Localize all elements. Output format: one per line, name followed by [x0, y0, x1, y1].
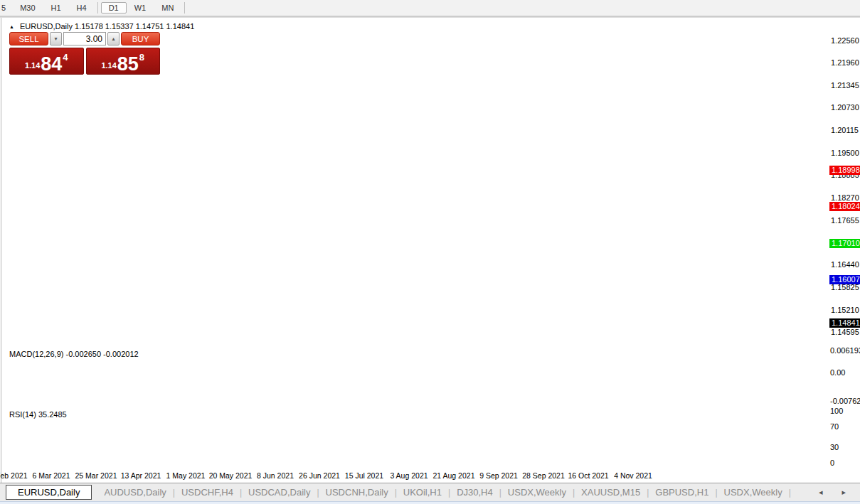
ask-point: 8	[139, 52, 144, 63]
tab-scroll-left-icon[interactable]: ◂	[819, 488, 832, 496]
symbol-period-label: EURUSD,Daily	[20, 22, 73, 31]
tab-ukoil-h1[interactable]: UKOil,H1	[397, 486, 448, 499]
bid-figure: 1.14	[25, 61, 40, 70]
rsi-indicator-label: RSI(14) 35.2485	[9, 410, 67, 419]
chart-title: ▲ EURUSD,Daily 1.15178 1.15337 1.14751 1…	[9, 22, 194, 31]
rsi-axis-30: 30	[830, 443, 839, 451]
price-tick-1.21345: 1.21345	[831, 81, 859, 90]
tab-usdcnh-daily[interactable]: USDCNH,Daily	[319, 486, 395, 499]
timeframe-button-w1[interactable]: W1	[127, 2, 154, 14]
timeframe-toolbar: 5M30H1H4D1W1MN	[0, 0, 860, 16]
rsi-axis-0: 0	[830, 459, 834, 467]
bid-point: 4	[63, 52, 68, 63]
tab-usdx-weekly[interactable]: USDX,Weekly	[501, 486, 573, 499]
toolbar-separator	[97, 2, 98, 14]
rsi-axis-100: 100	[830, 407, 843, 415]
price-tick-1.16440: 1.16440	[831, 260, 859, 269]
tab-separator: |	[789, 488, 791, 498]
tab-xauusd-m15[interactable]: XAUUSD,M15	[575, 486, 647, 499]
volume-decrease-button[interactable]: ▾	[50, 32, 62, 45]
price-tick-1.14595: 1.14595	[831, 328, 859, 336]
arrow-up-icon: ▴	[112, 36, 115, 42]
timeframe-button-mn[interactable]: MN	[154, 2, 181, 14]
price-tick-1.20115: 1.20115	[831, 126, 859, 134]
timeframe-button-m30[interactable]: M30	[12, 2, 43, 14]
price-tick-1.19500: 1.19500	[831, 149, 859, 157]
timeframe-button-5[interactable]: 5	[0, 2, 12, 14]
price-tick-1.15210: 1.15210	[831, 306, 859, 314]
price-tick-1.17655: 1.17655	[831, 216, 859, 225]
level-price-tag-1.18024: 1.18024	[829, 202, 860, 211]
window-left-edge	[1, 18, 1, 483]
price-tick-1.20730: 1.20730	[831, 103, 859, 112]
date-label: 4 Nov 2021	[605, 471, 662, 480]
tab-scroll-right-icon[interactable]: ▸	[842, 488, 854, 496]
tab-usdchf-h4[interactable]: USDCHF,H4	[175, 486, 240, 499]
rsi-axis-70: 70	[830, 422, 839, 431]
level-price-tag-1.16007: 1.16007	[829, 275, 860, 284]
ask-pips: 85	[117, 56, 139, 73]
timeframe-button-h4[interactable]: H4	[69, 2, 95, 14]
tab-audusd-daily[interactable]: AUDUSD,Daily	[97, 486, 172, 499]
tab-eurusd-daily-active[interactable]: EURUSD,Daily	[6, 485, 92, 500]
window-bottom-edge	[0, 501, 860, 504]
collapse-triangle-icon[interactable]: ▲	[9, 24, 14, 29]
ask-figure: 1.14	[101, 61, 116, 70]
volume-increase-button[interactable]: ▴	[107, 32, 120, 45]
macd-axis-bottom: -0.007621	[830, 397, 860, 405]
price-tick-1.22560: 1.22560	[831, 36, 859, 45]
bid-price-box[interactable]: 1.14 84 4	[9, 48, 84, 75]
chart-window-background	[0, 18, 860, 483]
toolbar-separator	[184, 2, 185, 14]
level-price-tag-1.18998: 1.18998	[829, 166, 860, 175]
timeframe-button-d1[interactable]: D1	[101, 2, 127, 14]
bid-pips: 84	[41, 56, 62, 73]
tab-gbpusd-h1[interactable]: GBPUSD,H1	[649, 486, 715, 499]
macd-indicator-label: MACD(12,26,9) -0.002650 -0.002012	[9, 350, 139, 358]
macd-axis-zero: 0.00	[830, 368, 845, 377]
macd-axis-top: 0.006193	[830, 346, 860, 355]
tab-dj30-h4[interactable]: DJ30,H4	[450, 486, 499, 499]
level-price-tag-1.17010: 1.17010	[829, 239, 860, 248]
chart-tab-bar: EURUSD,Daily AUDUSD,Daily|USDCHF,H4|USDC…	[0, 483, 860, 501]
price-tick-1.18270: 1.18270	[831, 193, 859, 202]
volume-input[interactable]	[63, 32, 106, 45]
sell-button[interactable]: SELL	[9, 32, 48, 45]
tab-usdx-weekly[interactable]: USDX,Weekly	[718, 486, 789, 499]
arrow-down-icon: ▾	[54, 36, 57, 42]
timeframe-button-h1[interactable]: H1	[43, 2, 69, 14]
buy-button[interactable]: BUY	[121, 32, 160, 45]
current-price-tag: 1.14841	[829, 318, 860, 328]
ask-price-box[interactable]: 1.14 85 8	[86, 48, 161, 75]
ohlc-values: 1.15178 1.15337 1.14751 1.14841	[75, 22, 194, 31]
tab-usdcad-daily[interactable]: USDCAD,Daily	[242, 486, 317, 499]
price-tick-1.21960: 1.21960	[831, 58, 859, 67]
one-click-trade-panel: SELL ▾ ▴ BUY 1.14 84 4 1.14 85 8	[9, 32, 160, 75]
trading-terminal: 5M30H1H4D1W1MN ▲ EURUSD,Daily 1.15178 1.…	[0, 0, 860, 504]
